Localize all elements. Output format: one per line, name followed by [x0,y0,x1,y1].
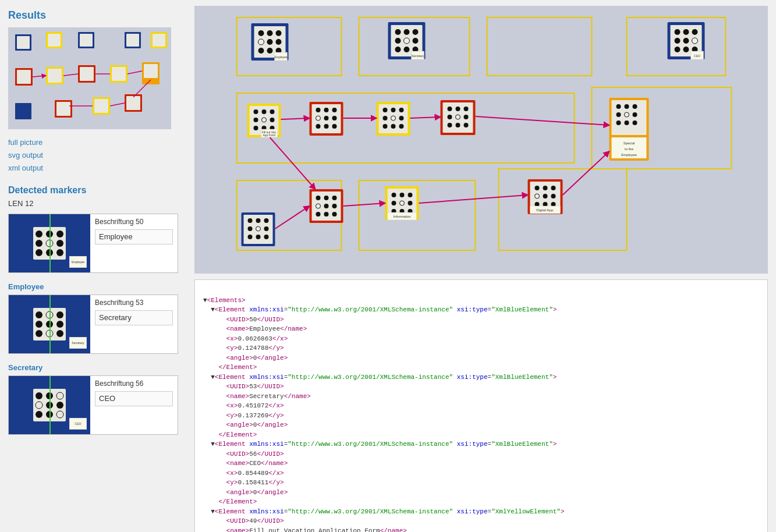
marker-beschriftung-56: Beschriftung 56 [95,380,173,388]
svg-point-80 [258,30,264,36]
svg-point-109 [675,38,681,44]
xml-container: ▼<Elements> ▼<Element xmlns:xsi="http://… [194,279,768,532]
svg-point-51 [36,321,42,328]
marker-row-ceo: CEO Beschriftung 56 CEO [8,375,178,435]
svg-point-48 [36,311,42,318]
svg-output-link[interactable]: svg output [8,149,178,162]
svg-rect-16 [80,67,94,81]
full-picture-link[interactable]: full picture [8,136,178,149]
svg-point-150 [399,116,404,120]
marker-name-employee[interactable]: Employee [95,229,173,244]
svg-point-186 [324,196,329,200]
svg-point-189 [324,204,329,208]
svg-text:to the: to the [625,147,634,151]
links-section: full picture svg output xml output [8,136,178,175]
svg-point-100 [404,47,410,52]
len-label: LEN 12 [8,199,178,208]
marker-name-ceo[interactable]: CEO [95,391,173,406]
detected-markers-title: Detected markers [8,185,178,196]
svg-point-169 [616,104,621,109]
svg-point-171 [633,104,637,109]
svg-point-213 [551,186,556,190]
svg-point-175 [616,120,621,125]
marker-row-secretary: Secretary Beschriftung 53 Secretary [8,295,178,354]
svg-rect-4 [48,34,61,47]
svg-point-134 [324,108,329,112]
svg-point-153 [399,124,404,129]
svg-point-54 [36,330,42,337]
svg-point-228 [264,218,269,223]
svg-point-230 [256,226,261,231]
svg-point-121 [270,109,275,114]
svg-rect-10 [153,34,165,47]
svg-point-173 [625,112,629,117]
marker-info-ceo: Beschriftung 56 CEO [90,376,178,434]
xml-triangle-el1[interactable]: ▼ [211,306,215,313]
svg-point-202 [408,201,413,205]
svg-point-187 [332,196,337,200]
svg-point-40 [36,240,42,247]
xml-output-link[interactable]: xml output [8,162,178,175]
svg-text:Employee: Employee [621,153,637,157]
svg-text:Special: Special [623,141,635,145]
svg-point-165 [464,123,469,127]
marker-image-secretary: Secretary [9,295,90,353]
svg-point-86 [258,48,264,54]
svg-point-139 [316,124,321,129]
marker-green-line [49,214,51,272]
svg-text:Employee: Employee [274,55,287,59]
svg-point-151 [383,124,388,129]
marker-label-secretary: Secretary [8,363,178,372]
svg-rect-6 [80,34,93,47]
svg-point-146 [391,108,396,112]
svg-point-98 [413,38,419,44]
svg-point-67 [56,411,63,418]
diagram-container[interactable]: Employee Secretary CEO Fi [194,6,768,274]
svg-point-216 [551,194,556,198]
svg-point-147 [399,108,404,112]
svg-point-145 [383,108,388,112]
svg-point-61 [56,392,63,399]
svg-point-158 [456,107,460,111]
svg-point-50 [56,311,63,318]
svg-point-64 [56,402,63,409]
svg-point-211 [535,186,540,190]
svg-point-133 [316,108,321,112]
svg-point-226 [248,218,253,223]
svg-point-229 [248,226,253,231]
svg-point-43 [36,249,42,256]
xml-triangle-el3[interactable]: ▼ [211,441,215,448]
results-thumbnail[interactable] [8,27,171,129]
svg-point-137 [324,116,329,120]
marker-info-secretary: Beschriftung 53 Secretary [90,295,178,353]
svg-point-161 [456,115,460,119]
svg-point-124 [270,118,275,122]
marker-beschriftung-53: Beschriftung 53 [95,299,173,307]
svg-point-197 [392,193,396,197]
marker-row-employee: Employee Beschriftung 50 Employee [8,214,178,273]
xml-triangle-el2[interactable]: ▼ [211,374,215,381]
svg-point-110 [683,38,689,44]
svg-point-56 [56,330,63,337]
svg-point-45 [56,249,63,256]
svg-rect-24 [94,99,108,113]
svg-point-97 [404,38,410,44]
svg-text:Information: Information [393,215,410,218]
svg-point-141 [332,124,337,129]
svg-point-200 [392,201,396,205]
svg-point-125 [254,126,258,130]
marker-name-secretary[interactable]: Secretary [95,310,173,325]
xml-triangle-elements[interactable]: ▼ [203,297,207,304]
svg-rect-18 [112,67,126,81]
xml-triangle-el4[interactable]: ▼ [211,508,215,515]
svg-point-163 [448,123,452,127]
svg-point-201 [400,201,405,205]
svg-point-215 [543,194,548,198]
svg-point-135 [332,108,337,112]
svg-point-93 [395,29,401,35]
marker-sticker-employee: Employee [69,256,87,268]
svg-point-42 [56,240,63,247]
svg-point-107 [683,29,689,35]
svg-point-198 [400,193,405,197]
svg-point-65 [36,411,42,418]
